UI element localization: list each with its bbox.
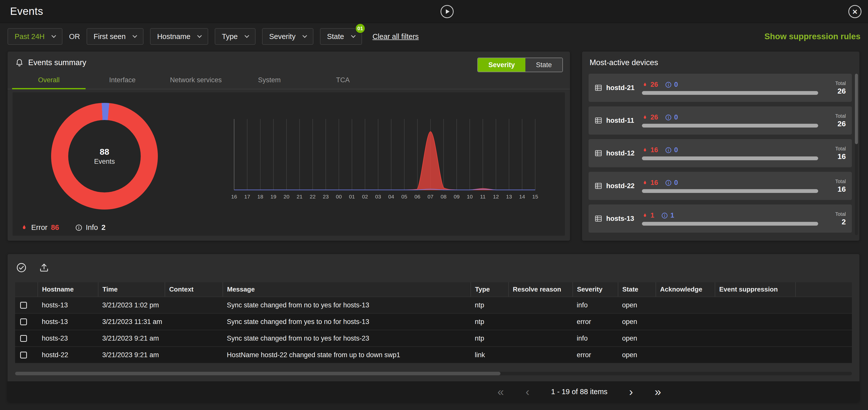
cell-filler	[796, 313, 852, 330]
svg-text:03: 03	[375, 194, 381, 200]
cell-state: open	[618, 313, 656, 330]
total-label: Total	[835, 146, 846, 152]
column-header-severity[interactable]: Severity	[573, 282, 618, 297]
legend-info: Info 2	[75, 224, 106, 232]
column-header-state[interactable]: State	[618, 282, 656, 297]
tab-tca[interactable]: TCA	[306, 73, 380, 89]
total-label: Total	[835, 113, 846, 119]
first-page-button[interactable]: «	[497, 386, 504, 398]
type-dropdown[interactable]: Type	[215, 28, 255, 45]
cell-severity: error	[573, 347, 618, 363]
chevron-down-icon	[52, 33, 56, 38]
svg-text:06: 06	[414, 194, 420, 200]
bell-icon	[15, 58, 24, 67]
column-header-type[interactable]: Type	[471, 282, 508, 297]
cell-resolve-reason	[508, 313, 573, 330]
play-button[interactable]	[440, 5, 454, 18]
device-row[interactable]: hostd-21 26 0 Total 26	[589, 74, 852, 102]
device-row[interactable]: hostd-12 16 0 Total 16	[589, 139, 852, 167]
flame-icon	[642, 180, 648, 186]
severity-donut: 88 Events	[51, 103, 158, 209]
row-checkbox[interactable]	[20, 318, 27, 325]
show-suppression-rules-link[interactable]: Show suppression rules	[765, 32, 861, 41]
column-header-time[interactable]: Time	[98, 282, 165, 297]
clear-all-filters-link[interactable]: Clear all filters	[373, 32, 419, 41]
next-page-button[interactable]: ›	[629, 386, 633, 398]
cell-time: 3/21/2023 9:21 am	[98, 347, 165, 363]
device-activity: 16 0	[642, 146, 818, 160]
cell-severity: info	[573, 297, 618, 313]
cell-severity: info	[573, 330, 618, 347]
cell-filler	[796, 330, 852, 347]
column-header-message[interactable]: Message	[223, 282, 471, 297]
device-identity: hosts-13	[595, 215, 642, 223]
time-range-dropdown[interactable]: Past 24H	[7, 28, 62, 45]
close-button[interactable]: ×	[848, 5, 862, 18]
column-header-context[interactable]: Context	[165, 282, 223, 297]
toggle-severity[interactable]: Severity	[478, 58, 525, 72]
toggle-state[interactable]: State	[525, 58, 562, 72]
tab-system[interactable]: System	[232, 73, 306, 89]
export-button[interactable]	[39, 262, 50, 273]
severity-dropdown[interactable]: Severity	[262, 28, 313, 45]
summary-chart-panel: 88 Events 161718192021222300010203040506…	[12, 92, 565, 236]
devices-scrollbar-thumb[interactable]	[855, 74, 858, 144]
device-total-count: 16	[838, 185, 846, 194]
last-page-button[interactable]: »	[654, 386, 661, 398]
chevron-down-icon	[197, 33, 202, 38]
device-row[interactable]: hosts-13 1 1 Total 2	[589, 205, 852, 233]
device-row[interactable]: hostd-11 26 0 Total 26	[589, 106, 852, 135]
cell-severity: error	[573, 313, 618, 330]
svg-text:08: 08	[440, 194, 446, 200]
svg-text:12: 12	[493, 194, 499, 200]
acknowledge-selected-button[interactable]	[16, 262, 27, 273]
cell-context	[165, 330, 223, 347]
cell-state: open	[618, 347, 656, 363]
table-horizontal-scrollbar[interactable]	[15, 372, 852, 375]
state-dropdown[interactable]: State 01	[320, 28, 362, 45]
device-total-count: 26	[838, 87, 846, 95]
row-checkbox[interactable]	[20, 335, 27, 342]
table-row[interactable]: hosts-23 3/21/2023 9:21 am Sync state ch…	[15, 330, 852, 347]
table-horizontal-scrollbar-thumb[interactable]	[15, 372, 500, 375]
tab-network-services[interactable]: Network services	[159, 73, 232, 89]
donut-center: 88 Events	[68, 120, 141, 193]
previous-page-icon: ‹	[526, 385, 529, 398]
device-identity: hostd-21	[595, 84, 642, 92]
svg-text:13: 13	[506, 194, 512, 200]
first-seen-label: First seen	[94, 32, 126, 41]
device-error-count: 26	[651, 81, 658, 89]
cell-resolve-reason	[508, 297, 573, 313]
device-row[interactable]: hostd-22 16 0 Total 16	[589, 172, 852, 200]
previous-page-button[interactable]: ‹	[526, 386, 529, 398]
or-label: OR	[69, 32, 80, 41]
row-checkbox[interactable]	[20, 352, 27, 358]
table-row[interactable]: hosts-13 3/21/2023 1:02 pm Sync state ch…	[15, 297, 852, 313]
column-header-acknowledge[interactable]: Acknowledge	[656, 282, 715, 297]
device-total-count: 16	[838, 152, 846, 161]
device-total: Total 26	[823, 113, 846, 128]
column-header-event-suppression[interactable]: Event suppression	[715, 282, 796, 297]
table-row[interactable]: hostd-22 3/21/2023 9:21 am HostName host…	[15, 347, 852, 363]
first-seen-dropdown[interactable]: First seen	[87, 28, 144, 45]
cell-acknowledge	[656, 297, 715, 313]
tab-interface[interactable]: Interface	[86, 73, 159, 89]
cell-message: HostName hostd-22 changed state from up …	[223, 347, 471, 363]
device-name: hostd-11	[606, 117, 634, 125]
devices-scrollbar[interactable]	[855, 74, 858, 235]
cell-time: 3/21/2023 11:31 am	[98, 313, 165, 330]
donut-total-count: 88	[100, 147, 109, 157]
upload-icon	[39, 262, 49, 273]
column-header-resolve-reason[interactable]: Resolve reason	[508, 282, 573, 297]
table-row[interactable]: hosts-13 3/21/2023 11:31 am Sync state c…	[15, 313, 852, 330]
hostname-dropdown[interactable]: Hostname	[150, 28, 208, 45]
column-header-hostname[interactable]: Hostname	[38, 282, 98, 297]
tab-overall[interactable]: Overall	[12, 73, 86, 89]
cell-type: ntp	[471, 297, 508, 313]
filter-bar: Past 24H OR First seen Hostname Type Sev…	[7, 27, 861, 46]
device-name: hostd-12	[606, 149, 634, 157]
cell-time: 3/21/2023 1:02 pm	[98, 297, 165, 313]
device-activity: 16 0	[642, 179, 818, 193]
row-checkbox[interactable]	[20, 302, 27, 309]
device-grid-icon	[595, 182, 602, 190]
